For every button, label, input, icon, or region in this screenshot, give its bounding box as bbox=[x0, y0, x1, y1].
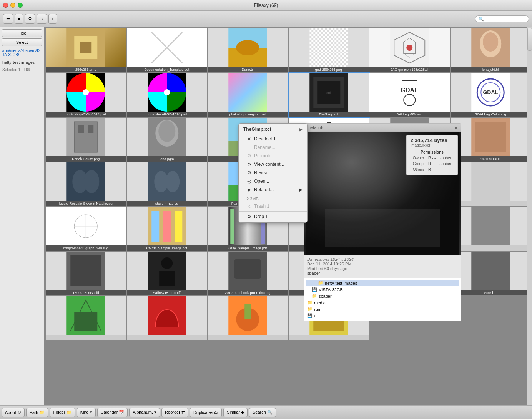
path-button[interactable]: Path 📁 bbox=[26, 408, 48, 417]
menu-button[interactable]: ☰ bbox=[3, 14, 13, 24]
grid-item[interactable]: photoshop-RGB-1024.psd bbox=[127, 73, 207, 117]
tree-item-label: VISTA-32GB bbox=[319, 287, 343, 292]
reorder-button[interactable]: Reorder ⇄ bbox=[161, 408, 188, 417]
grid-item[interactable]: CMYK_Sample_Image.pdf bbox=[127, 207, 207, 251]
grid-item[interactable]: Dune.tif bbox=[208, 28, 288, 72]
tree-item[interactable]: 📁 sbaber bbox=[306, 293, 459, 299]
scrollbar-thumb[interactable] bbox=[527, 28, 532, 51]
grid-item[interactable]: Liquid-Rescale-Steve-n-Natalie.jpg bbox=[46, 162, 126, 206]
calendar-button[interactable]: Calendar 📅 bbox=[97, 408, 128, 417]
grid-item[interactable]: GDAL GDALLogoColor.svg bbox=[451, 73, 531, 117]
grid-item[interactable]: JAG qnr icon 128x128.tif bbox=[369, 28, 450, 72]
open-menu-item[interactable]: ◎ Open... bbox=[239, 177, 307, 185]
tree-item[interactable]: 💾 VISTA-32GB bbox=[306, 286, 459, 293]
rename-menu-item[interactable]: Rename... bbox=[239, 143, 307, 152]
grid-item[interactable]: lena_std.tif bbox=[451, 28, 531, 72]
tree-item[interactable]: 💾 / bbox=[306, 312, 459, 319]
grid-item-selected[interactable]: xcf TheGimp.xcf bbox=[289, 73, 369, 117]
folder-icon: 📁 bbox=[307, 307, 313, 312]
file-label: Gray_Sample_Image.pdf bbox=[208, 245, 288, 251]
folder-icon: 📁 bbox=[312, 294, 317, 299]
svg-text:GDAL: GDAL bbox=[401, 87, 419, 93]
trash-menu-item[interactable]: ◁ Trash 1 bbox=[239, 202, 307, 210]
toolbar-search-input[interactable] bbox=[475, 15, 529, 22]
search-button[interactable]: Search 🔍 bbox=[249, 408, 276, 417]
grid-item[interactable]: photoshop-CYM-1024.psd bbox=[46, 73, 126, 117]
about-label: About bbox=[5, 410, 16, 415]
grid-item[interactable]: 1970-SHRDL bbox=[451, 118, 531, 162]
svg-rect-83 bbox=[230, 209, 234, 244]
svg-point-16 bbox=[406, 45, 412, 51]
alphanum-button[interactable]: Alphanum. ▾ bbox=[129, 408, 160, 417]
toolbar: ☰ ■ ⚙ → + bbox=[0, 11, 532, 27]
file-label: DALLogoBW.svg bbox=[369, 112, 450, 117]
thumbnail: GDAL bbox=[451, 73, 531, 112]
menu-divider bbox=[239, 195, 307, 195]
window-controls[interactable] bbox=[3, 3, 23, 8]
tree-item-label: run bbox=[314, 307, 320, 312]
rename-label: Rename... bbox=[254, 145, 275, 150]
similar-button[interactable]: Similar ◆ bbox=[223, 408, 248, 417]
grid-item[interactable]: Documentation_Template.dot bbox=[127, 28, 207, 72]
grid-item[interactable]: Safire3-IR-ntsc.tiff bbox=[127, 252, 207, 295]
grid-item[interactable]: steve-n-nat.jpg bbox=[127, 162, 207, 206]
grid-item[interactable]: . bbox=[127, 296, 207, 340]
close-button[interactable] bbox=[3, 3, 8, 8]
drop-label: Drop 1 bbox=[254, 214, 268, 219]
add-button[interactable]: + bbox=[48, 14, 57, 24]
grid-item[interactable]: 256x256.bmp bbox=[46, 28, 126, 72]
thumbnail bbox=[46, 296, 126, 335]
open-icon: ◎ bbox=[246, 179, 252, 184]
stop-button[interactable]: ■ bbox=[15, 14, 23, 24]
grid-item[interactable]: . bbox=[208, 296, 288, 340]
svg-rect-58 bbox=[475, 122, 506, 152]
file-label: lena.pgm bbox=[127, 156, 207, 162]
grid-item[interactable]: 2012-mac-book-pro-retina.jpg bbox=[208, 252, 288, 295]
open-label: Open... bbox=[254, 179, 269, 184]
kind-button[interactable]: Kind ▾ bbox=[77, 408, 96, 417]
grid-item[interactable]: Ranch House.png bbox=[46, 118, 126, 162]
maximize-button[interactable] bbox=[18, 3, 23, 8]
hide-button[interactable]: Hide bbox=[2, 29, 42, 37]
grid-item[interactable]: grid-256x256.png bbox=[289, 28, 369, 72]
svg-rect-114 bbox=[325, 209, 440, 247]
related-menu-item[interactable]: ▶ Related... ▶ bbox=[239, 185, 307, 194]
grid-item[interactable]: . bbox=[46, 296, 126, 340]
others-perms: R - - bbox=[427, 167, 437, 172]
folder-icon: 💾 bbox=[312, 287, 317, 292]
meta-expand-icon[interactable]: ▶ bbox=[455, 125, 458, 130]
tree-item-selected[interactable]: 📁 hefty-test-images bbox=[306, 280, 459, 286]
folder-button[interactable]: Folder 📁 bbox=[50, 408, 75, 417]
grid-item[interactable]: photoshop-via-gimp.psd bbox=[208, 73, 288, 117]
grid-item[interactable]: mmpo-inherit_graph_249.svg bbox=[46, 207, 126, 251]
grid-item[interactable]: lena.pgm bbox=[127, 118, 207, 162]
group-perms: R - - bbox=[427, 161, 437, 166]
thumbnail bbox=[208, 296, 288, 335]
drop-menu-item[interactable]: ⚙ Drop 1 bbox=[239, 212, 307, 221]
deselect-menu-item[interactable]: ✕ Deselect 1 bbox=[239, 135, 307, 143]
svg-rect-98 bbox=[234, 259, 261, 279]
duplicates-button[interactable]: Duplicates 🗂 bbox=[190, 408, 222, 417]
tree-item[interactable]: 📁 media bbox=[306, 299, 459, 306]
grid-item[interactable]: . bbox=[451, 207, 531, 251]
grid-item[interactable]: Vanish... bbox=[451, 252, 531, 295]
minimize-button[interactable] bbox=[10, 3, 15, 8]
select-button[interactable]: Select bbox=[2, 38, 42, 46]
settings-button[interactable]: ⚙ bbox=[25, 14, 35, 24]
forward-button[interactable]: → bbox=[37, 14, 47, 24]
tree-item-label: sbaber bbox=[319, 294, 332, 299]
grid-item[interactable]: . bbox=[451, 162, 531, 206]
tree-item[interactable]: 📁 run bbox=[306, 306, 459, 312]
reveal-menu-item[interactable]: ⚙ Reveal... bbox=[239, 169, 307, 177]
meta-preview-image: 2,345,714 bytes image.x-xcf Permissions … bbox=[304, 132, 461, 255]
modified-time: Modified 60 days ago bbox=[307, 266, 458, 271]
promote-menu-item[interactable]: ⚙ Promote bbox=[239, 152, 307, 160]
grid-item[interactable]: T3000-IR-ntsc.tiff bbox=[46, 252, 126, 295]
thumbnail bbox=[46, 28, 126, 67]
vertical-scrollbar[interactable] bbox=[527, 27, 532, 405]
about-button[interactable]: About ⚙ bbox=[2, 408, 25, 417]
thumbnail bbox=[451, 207, 531, 245]
view-content-menu-item[interactable]: ⚙ View content... bbox=[239, 160, 307, 169]
svg-text:xcf: xcf bbox=[326, 91, 331, 95]
grid-item[interactable]: GDAL DALLogoBW.svg bbox=[369, 73, 450, 117]
